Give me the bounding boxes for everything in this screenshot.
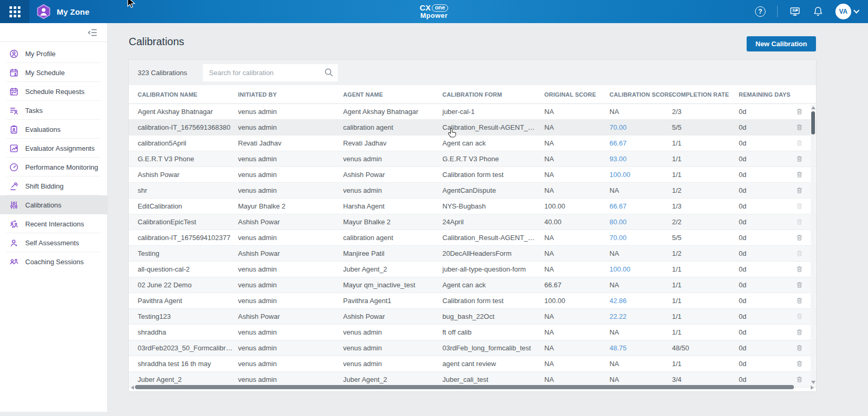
delete-trash-icon[interactable] (797, 280, 802, 289)
sidebar-collapse-icon[interactable] (87, 28, 98, 37)
table-row[interactable]: calibration-IT_1675694102377venus adminc… (129, 230, 816, 246)
sidebar-item-tasks[interactable]: Tasks (0, 101, 107, 120)
sidebar-item-self-assessments[interactable]: Self Assessments (0, 233, 107, 252)
delete-trash-icon[interactable] (797, 123, 802, 132)
avatar[interactable]: VA (835, 4, 851, 19)
cell-calibration-score[interactable]: 42.86 (609, 297, 672, 305)
cell-calibration-score: NA (609, 249, 672, 257)
table-row[interactable]: Agent Akshay Bhatnagarvenus adminAgent A… (129, 104, 816, 120)
cell-calibration-score: NA (609, 281, 672, 289)
cell-calibration-score: NA (609, 328, 672, 336)
sidebar-item-calibrations[interactable]: Calibrations (0, 195, 107, 214)
cell-agent-name: venus admin (343, 360, 442, 368)
column-header-calibration-name[interactable]: CALIBRATION NAME (138, 91, 238, 98)
cell-calibration-score[interactable]: 100.00 (609, 265, 672, 273)
delete-trash-icon[interactable] (797, 359, 802, 368)
sidebar-item-recent-interactions[interactable]: Recent Interactions (0, 214, 107, 233)
table-row[interactable]: all-question-cal-2venus adminJuber Agent… (129, 262, 816, 277)
sidebar-item-performance-monitoring[interactable]: Performance Monitoring (0, 158, 107, 176)
scroll-right-arrow[interactable] (811, 386, 814, 390)
column-header-agent-name[interactable]: AGENT NAME (343, 91, 442, 98)
sidebar-item-label: Recent Interactions (25, 220, 84, 228)
screen-share-icon[interactable] (789, 6, 801, 17)
delete-trash-icon[interactable] (797, 265, 802, 274)
column-header-original-score[interactable]: ORIGINAL SCORE (544, 91, 609, 98)
column-header-remaining-days[interactable]: REMAINING DAYS (739, 91, 797, 98)
sidebar-item-shift-bidding[interactable]: Shift Bidding (0, 176, 107, 195)
cell-initiated-by: Mayur Bhalke 2 (238, 202, 343, 210)
table-row[interactable]: Testing123Ashish PowarAshish Powarbug_ba… (129, 309, 816, 325)
table-row[interactable]: TestingAshish PowarManjiree Patil20DecAl… (129, 246, 816, 262)
cell-initiated-by: venus admin (238, 376, 343, 383)
app-launcher-button[interactable] (0, 0, 29, 23)
table-row[interactable]: shrvenus adminvenus adminAgentCanDispute… (129, 183, 816, 199)
cell-completion-rate: 48/50 (672, 344, 739, 352)
cell-agent-name: Harsha Agent (343, 202, 442, 210)
cell-initiated-by: venus admin (238, 344, 343, 352)
table-row[interactable]: EditCalibrationMayur Bhalke 2Harsha Agen… (129, 199, 816, 214)
scroll-up-arrow[interactable] (811, 106, 815, 109)
help-icon[interactable]: ? (755, 6, 766, 17)
column-header-initiated-by[interactable]: INITIATED BY (238, 91, 343, 98)
cell-calibration-score[interactable]: 93.00 (609, 155, 672, 163)
cell-calibration-score[interactable]: 66.67 (609, 202, 672, 210)
delete-trash-icon[interactable] (797, 328, 802, 337)
search-icon[interactable] (324, 68, 334, 77)
sidebar-item-coaching-sessions[interactable]: Coaching Sessions (0, 252, 107, 271)
sidebar-item-evaluator-assignments[interactable]: Evaluator Assignments (0, 139, 107, 158)
delete-trash-icon[interactable] (797, 107, 802, 116)
delete-trash-icon[interactable] (797, 170, 802, 179)
column-header-calibration-form[interactable]: CALIBRATION FORM (442, 91, 544, 98)
vertical-scrollbar[interactable] (811, 105, 815, 385)
top-navigation-bar: My Zone CXone Mpower ? VA (0, 0, 868, 23)
cell-calibration-score[interactable]: 66.67 (609, 139, 672, 147)
cell-original-score: 100.00 (544, 297, 609, 305)
column-header-calibration-score[interactable]: CALIBRATION SCORE (609, 91, 672, 98)
cell-calibration-score[interactable]: 100.00 (609, 171, 672, 179)
chart-arrow-icon (9, 144, 18, 153)
sidebar-item-schedule-requests[interactable]: Schedule Requests (0, 82, 107, 101)
delete-trash-icon[interactable] (797, 375, 802, 384)
cell-calibration-score[interactable]: 70.00 (609, 234, 672, 242)
cell-initiated-by: Ashish Powar (238, 249, 343, 257)
cxone-mpower-logo: CXone Mpower (420, 4, 448, 19)
new-calibration-button[interactable]: New Calibration (747, 36, 816, 51)
table-row[interactable]: Ashish Powarvenus adminAshish PowarCalib… (129, 167, 816, 183)
cell-form: Agent can ack (442, 139, 544, 147)
table-row[interactable]: G.E.R.T V3 Phonevenus adminvenus adminG.… (129, 151, 816, 167)
delete-trash-icon[interactable] (797, 233, 802, 242)
scroll-left-arrow[interactable] (131, 386, 134, 390)
delete-trash-icon[interactable] (797, 154, 802, 163)
table-row[interactable]: 02 June 22 Demovenus adminMayur qm_inact… (129, 277, 816, 293)
table-row[interactable]: shraddhavenus adminvenus adminft off cal… (129, 325, 816, 340)
table-row[interactable]: Pavithra Agentvenus adminPavithra Agent1… (129, 293, 816, 309)
horizontal-scroll-thumb[interactable] (135, 385, 794, 389)
table-row[interactable]: CalibrationEpicTestAshish PowarMayur Bha… (129, 214, 816, 230)
sidebar-item-evaluations[interactable]: Evaluations (0, 120, 107, 139)
delete-trash-icon[interactable] (797, 186, 802, 195)
delete-trash-icon[interactable] (797, 296, 802, 305)
sidebar-item-my-profile[interactable]: My Profile (0, 44, 107, 63)
table-row[interactable]: 03rdFeb2023_50_Formcalibratio...venus ad… (129, 340, 816, 356)
table-row[interactable]: calibration5AprilRevati JadhavRevati Jad… (129, 136, 816, 151)
cell-calibration-score[interactable]: 80.00 (609, 218, 672, 226)
cell-calibration-score[interactable]: 48.75 (609, 344, 672, 352)
cell-remaining-days: 0d (739, 313, 797, 320)
sidebar-item-my-schedule[interactable]: My Schedule (0, 63, 107, 82)
cell-calibration-score[interactable]: 22.22 (609, 313, 672, 320)
cell-calibration-score: NA (609, 186, 672, 194)
horizontal-scrollbar[interactable] (131, 384, 809, 390)
search-input[interactable] (203, 64, 338, 81)
user-menu[interactable]: VA (835, 4, 859, 19)
cell-original-score: NA (544, 234, 609, 242)
cell-calibration-score[interactable]: 70.00 (609, 123, 672, 131)
column-header-completion-rate[interactable]: COMPLETION RATE (672, 91, 739, 98)
delete-trash-icon[interactable] (797, 344, 802, 352)
cell-initiated-by: venus admin (238, 360, 343, 368)
cell-name: Testing123 (138, 313, 238, 320)
table-row[interactable]: calibration-IT_1675691368380venus adminc… (129, 120, 816, 136)
notifications-bell-icon[interactable] (812, 6, 824, 17)
vertical-scroll-thumb[interactable] (811, 111, 815, 134)
table-row[interactable]: shraddha test 16 th mayvenus adminvenus … (129, 356, 816, 372)
scroll-down-arrow[interactable] (811, 381, 815, 384)
